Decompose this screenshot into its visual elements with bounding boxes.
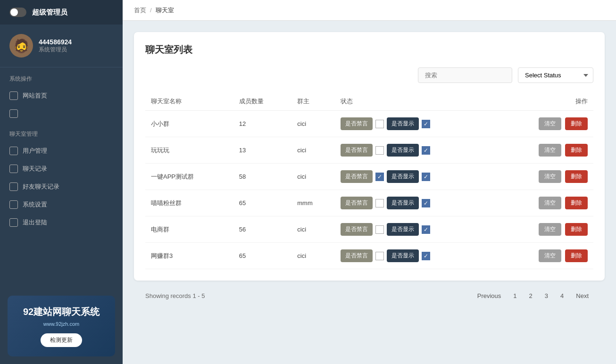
cell-members-2: 58: [233, 164, 291, 190]
cell-name-4: 电商群: [145, 216, 233, 243]
btn-clear-0[interactable]: 清空: [539, 117, 561, 130]
show-checkbox-3[interactable]: ✓: [422, 199, 430, 207]
btn-mute-2[interactable]: 是否禁言: [341, 170, 373, 183]
show-checkbox-1[interactable]: ✓: [422, 146, 430, 155]
status-select[interactable]: Select Status 正常 禁用: [518, 67, 593, 83]
btn-delete-1[interactable]: 删除: [565, 144, 588, 157]
page-2[interactable]: 2: [524, 290, 537, 302]
user-section: 🧔 444586924 系统管理员: [0, 25, 123, 67]
content-area: 聊天室列表 Select Status 正常 禁用 聊天室名称 成员数量 群主 …: [123, 21, 616, 364]
breadcrumb-home[interactable]: 首页: [134, 6, 146, 15]
cell-name-5: 网赚群3: [145, 243, 233, 269]
page-title: 聊天室列表: [145, 43, 593, 56]
sidebar-item-user-mgmt[interactable]: 用户管理: [0, 142, 123, 160]
btn-clear-1[interactable]: 清空: [539, 144, 561, 157]
mute-checkbox-3[interactable]: [375, 199, 384, 207]
btn-mute-4[interactable]: 是否禁言: [341, 223, 373, 236]
cell-owner-2: cici: [291, 164, 335, 190]
cell-members-3: 65: [233, 190, 291, 216]
btn-mute-1[interactable]: 是否禁言: [341, 144, 373, 157]
main-card: 聊天室列表 Select Status 正常 禁用 聊天室名称 成员数量 群主 …: [134, 32, 605, 281]
promo-box: 92建站网聊天系统 www.92jzh.com 检测更新: [8, 296, 115, 356]
sidebar: 超级管理员 🧔 444586924 系统管理员 系统操作 网站首页 聊天室管理 …: [0, 0, 123, 364]
btn-delete-3[interactable]: 删除: [565, 197, 588, 209]
mute-checkbox-1[interactable]: [375, 146, 384, 155]
btn-clear-5[interactable]: 清空: [539, 249, 561, 262]
toggle-icon[interactable]: [9, 8, 26, 17]
btn-mute-0[interactable]: 是否禁言: [341, 117, 373, 130]
show-checkbox-0[interactable]: ✓: [422, 120, 430, 128]
btn-show-4[interactable]: 是否显示: [387, 223, 419, 236]
sidebar-item-logout[interactable]: 退出登陆: [0, 214, 123, 232]
cell-ops-2: 清空 删除: [495, 164, 593, 190]
btn-clear-3[interactable]: 清空: [539, 197, 561, 209]
btn-show-5[interactable]: 是否显示: [387, 249, 419, 262]
breadcrumb-current: 聊天室: [156, 6, 174, 15]
page-4[interactable]: 4: [556, 290, 568, 302]
cell-status-3: 是否禁言 是否显示 ✓: [335, 190, 495, 216]
page-3[interactable]: 3: [540, 290, 553, 302]
avatar: 🧔: [9, 34, 33, 58]
pagination-bar: Showing records 1 - 5 Previous 1 2 3 4 N…: [134, 281, 605, 304]
sidebar-item-label-5: 好友聊天记录: [23, 182, 59, 191]
sidebar-item-blank[interactable]: [0, 105, 123, 123]
show-checkbox-2[interactable]: ✓: [422, 173, 430, 181]
btn-clear-2[interactable]: 清空: [539, 170, 561, 183]
btn-delete-0[interactable]: 删除: [565, 117, 588, 130]
sys-ops-label: 系统操作: [0, 67, 123, 87]
btn-show-0[interactable]: 是否显示: [387, 117, 419, 130]
sidebar-item-friend-log[interactable]: 好友聊天记录: [0, 178, 123, 196]
btn-delete-2[interactable]: 删除: [565, 170, 588, 183]
sidebar-item-sys-settings[interactable]: 系统设置: [0, 196, 123, 214]
btn-delete-5[interactable]: 删除: [565, 249, 588, 262]
btn-mute-5[interactable]: 是否禁言: [341, 249, 373, 262]
grid-icon-3: [9, 147, 18, 155]
cell-members-4: 56: [233, 216, 291, 243]
sidebar-item-label-3: 用户管理: [23, 147, 47, 155]
btn-show-3[interactable]: 是否显示: [387, 197, 419, 209]
prev-button[interactable]: Previous: [473, 290, 506, 302]
cell-ops-0: 清空 删除: [495, 111, 593, 137]
sidebar-item-label-6: 系统设置: [23, 200, 47, 209]
pagination-controls: Previous 1 2 3 4 Next: [473, 290, 593, 302]
cell-ops-1: 清空 删除: [495, 137, 593, 164]
btn-show-2[interactable]: 是否显示: [387, 170, 419, 183]
cell-name-2: 一键APP测试群: [145, 164, 233, 190]
table-row: 小小群 12 cici 是否禁言 是否显示 ✓ 清空 删除: [145, 111, 593, 137]
btn-delete-4[interactable]: 删除: [565, 223, 588, 236]
table-row: 电商群 56 cici 是否禁言 是否显示 ✓ 清空 删除: [145, 216, 593, 243]
cell-ops-4: 清空 删除: [495, 216, 593, 243]
cell-status-0: 是否禁言 是否显示 ✓: [335, 111, 495, 137]
user-info: 444586924 系统管理员: [39, 38, 72, 54]
show-checkbox-4[interactable]: ✓: [422, 225, 430, 234]
page-1[interactable]: 1: [508, 290, 521, 302]
pagination-info: Showing records 1 - 5: [145, 292, 205, 299]
update-button[interactable]: 检测更新: [41, 333, 82, 347]
cell-owner-0: cici: [291, 111, 335, 137]
btn-mute-3[interactable]: 是否禁言: [341, 197, 373, 209]
mute-checkbox-0[interactable]: [375, 120, 384, 128]
sidebar-item-website-home[interactable]: 网站首页: [0, 87, 123, 105]
sidebar-item-chat-log[interactable]: 聊天记录: [0, 160, 123, 178]
cell-owner-3: mmm: [291, 190, 335, 216]
cell-status-1: 是否禁言 是否显示 ✓: [335, 137, 495, 164]
sidebar-header: 超级管理员: [0, 0, 123, 25]
search-input[interactable]: [418, 67, 512, 83]
cell-members-1: 13: [233, 137, 291, 164]
grid-icon-2: [9, 109, 18, 118]
cell-status-2: 是否禁言 ✓ 是否显示 ✓: [335, 164, 495, 190]
show-checkbox-5[interactable]: ✓: [422, 252, 430, 260]
mute-checkbox-5[interactable]: [375, 252, 384, 260]
grid-icon-7: [9, 218, 18, 227]
table-header-row: 聊天室名称 成员数量 群主 状态 操作: [145, 92, 593, 111]
btn-show-1[interactable]: 是否显示: [387, 144, 419, 157]
col-name: 聊天室名称: [145, 92, 233, 111]
mute-checkbox-2[interactable]: ✓: [375, 173, 384, 181]
btn-clear-4[interactable]: 清空: [539, 223, 561, 236]
mute-checkbox-4[interactable]: [375, 225, 384, 234]
cell-owner-1: cici: [291, 137, 335, 164]
next-button[interactable]: Next: [571, 290, 593, 302]
cell-members-0: 12: [233, 111, 291, 137]
user-id: 444586924: [39, 38, 72, 46]
cell-owner-5: cici: [291, 243, 335, 269]
